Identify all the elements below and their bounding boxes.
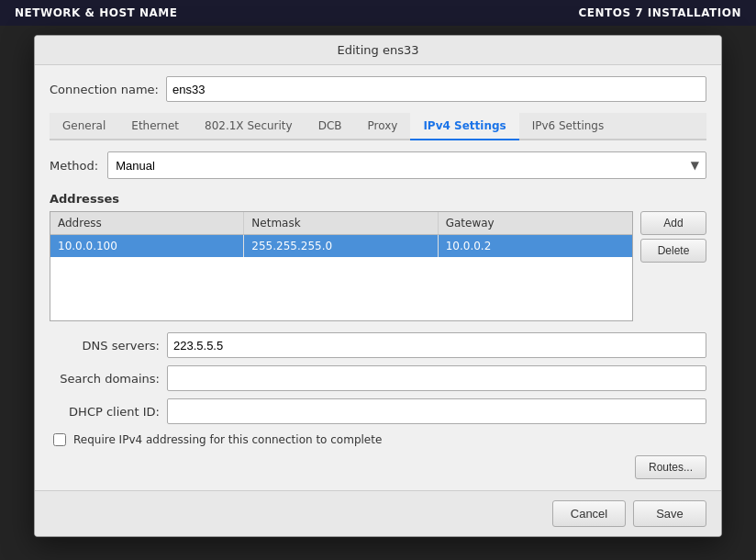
tabs-bar: General Ethernet 802.1X Security DCB Pro… xyxy=(50,113,706,140)
require-ipv4-label[interactable]: Require IPv4 addressing for this connect… xyxy=(73,433,382,446)
dns-servers-row: DNS servers: xyxy=(50,332,706,358)
connection-name-label: Connection name: xyxy=(50,83,159,96)
routes-row: Routes... xyxy=(50,455,706,479)
search-domains-input[interactable] xyxy=(167,365,706,391)
addresses-label: Addresses xyxy=(50,192,706,206)
tab-ethernet[interactable]: Ethernet xyxy=(118,113,192,140)
search-domains-row: Search domains: xyxy=(50,365,706,391)
table-row[interactable]: 10.0.0.100 255.255.255.0 10.0.0.2 xyxy=(50,235,632,257)
col-netmask: Netmask xyxy=(244,212,438,234)
dns-servers-input[interactable] xyxy=(167,332,706,358)
connection-name-input[interactable] xyxy=(166,76,706,102)
addresses-table-area: Address Netmask Gateway 10.0.0.100 255.2… xyxy=(50,211,633,321)
col-address: Address xyxy=(50,212,244,234)
top-bar: NETWORK & HOST NAME CENTOS 7 INSTALLATIO… xyxy=(0,0,756,26)
save-button[interactable]: Save xyxy=(633,500,706,527)
dialog-footer: Cancel Save xyxy=(35,490,721,536)
tab-dcb[interactable]: DCB xyxy=(306,113,355,140)
cell-netmask: 255.255.255.0 xyxy=(244,235,438,257)
dhcp-client-id-input[interactable] xyxy=(167,398,706,424)
top-bar-right-title: CENTOS 7 INSTALLATION xyxy=(578,6,741,19)
tab-ipv4-settings[interactable]: IPv4 Settings xyxy=(410,113,518,140)
connection-name-row: Connection name: xyxy=(50,76,706,102)
search-domains-label: Search domains: xyxy=(50,372,160,386)
dialog-title-bar: Editing ens33 xyxy=(35,36,721,65)
table-header: Address Netmask Gateway xyxy=(50,212,632,235)
dhcp-client-id-label: DHCP client ID: xyxy=(50,405,160,419)
tab-ipv6-settings[interactable]: IPv6 Settings xyxy=(519,113,617,140)
addresses-section: Addresses Address Netmask Gateway 10.0.0… xyxy=(50,192,706,321)
dialog-title: Editing ens33 xyxy=(338,43,419,57)
cell-gateway: 10.0.0.2 xyxy=(439,235,632,257)
dialog-overlay: Editing ens33 Connection name: General E… xyxy=(0,26,756,560)
dhcp-client-id-row: DHCP client ID: xyxy=(50,398,706,424)
method-select[interactable]: Manual Automatic (DHCP) Link-Local Only … xyxy=(107,151,706,179)
tab-802-1x-security[interactable]: 802.1X Security xyxy=(192,113,306,140)
col-gateway: Gateway xyxy=(439,212,632,234)
require-ipv4-checkbox[interactable] xyxy=(53,433,66,446)
tab-general[interactable]: General xyxy=(50,113,118,140)
addresses-buttons: Add Delete xyxy=(640,211,706,321)
editing-dialog: Editing ens33 Connection name: General E… xyxy=(34,35,722,537)
add-button[interactable]: Add xyxy=(640,211,706,235)
routes-button[interactable]: Routes... xyxy=(635,455,706,479)
cell-address: 10.0.0.100 xyxy=(50,235,244,257)
method-row: Method: Manual Automatic (DHCP) Link-Loc… xyxy=(50,151,706,179)
addresses-table-wrapper: Address Netmask Gateway 10.0.0.100 255.2… xyxy=(50,211,706,321)
method-select-wrapper: Manual Automatic (DHCP) Link-Local Only … xyxy=(107,151,706,179)
delete-button[interactable]: Delete xyxy=(640,239,706,263)
checkbox-row: Require IPv4 addressing for this connect… xyxy=(50,433,706,446)
tab-proxy[interactable]: Proxy xyxy=(355,113,411,140)
cancel-button[interactable]: Cancel xyxy=(552,500,626,527)
method-label: Method: xyxy=(50,159,98,173)
dialog-body: Connection name: General Ethernet 802.1X… xyxy=(35,65,721,490)
dns-servers-label: DNS servers: xyxy=(50,339,160,353)
top-bar-left-title: NETWORK & HOST NAME xyxy=(15,6,177,19)
